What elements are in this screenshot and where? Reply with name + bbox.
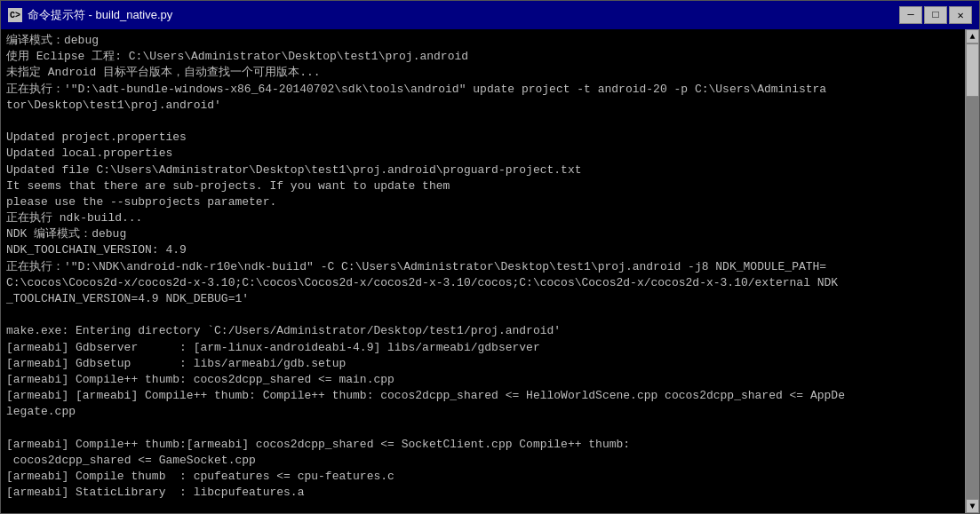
scroll-down-button[interactable]: ▼ xyxy=(966,499,979,513)
console-area: 编译模式：debug 使用 Eclipse 工程: C:\Users\Admin… xyxy=(1,29,979,513)
close-button[interactable]: ✕ xyxy=(949,6,972,24)
cmd-window: C> 命令提示符 - build_native.py ─ □ ✕ 编译模式：de… xyxy=(0,0,980,514)
minimize-button[interactable]: ─ xyxy=(899,6,922,24)
window-controls: ─ □ ✕ xyxy=(899,6,972,24)
maximize-button[interactable]: □ xyxy=(924,6,947,24)
window-title: 命令提示符 - build_native.py xyxy=(28,7,172,23)
title-bar-left: C> 命令提示符 - build_native.py xyxy=(8,7,172,23)
console-output[interactable]: 编译模式：debug 使用 Eclipse 工程: C:\Users\Admin… xyxy=(1,29,965,513)
cmd-icon: C> xyxy=(8,8,22,22)
title-bar: C> 命令提示符 - build_native.py ─ □ ✕ xyxy=(1,1,979,29)
scroll-up-button[interactable]: ▲ xyxy=(966,29,979,43)
scrollbar[interactable]: ▲ ▼ xyxy=(965,29,979,513)
scrollbar-track[interactable] xyxy=(966,43,979,499)
scrollbar-thumb[interactable] xyxy=(966,43,979,97)
